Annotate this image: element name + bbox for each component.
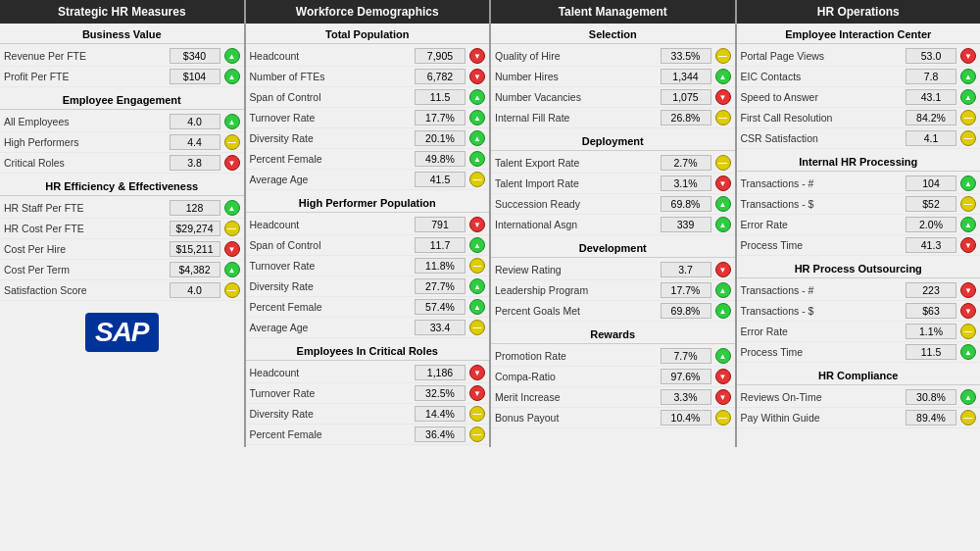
metric-label: Error Rate: [741, 326, 906, 337]
indicator-yellow: [469, 426, 485, 442]
section-workforce-demographics-2: Employees In Critical RolesHeadcount1,18…: [246, 340, 490, 445]
metric-row: Headcount791: [246, 215, 490, 235]
metric-value: 791: [415, 217, 466, 232]
indicator-red: [960, 237, 976, 253]
metric-label: Satisfaction Score: [4, 284, 170, 296]
indicator-yellow: [960, 196, 976, 212]
metric-row: Average Age33.4: [246, 318, 490, 338]
indicator-red: [715, 175, 731, 191]
indicator-red: [960, 48, 976, 64]
metric-label: Transactions - $: [741, 305, 906, 317]
metric-label: International Asgn: [495, 219, 661, 230]
indicator-green: [715, 282, 731, 298]
section-workforce-demographics-1: High Performer PopulationHeadcount791Spa…: [246, 192, 490, 338]
metric-row: Reviews On-Time30.8%: [737, 387, 981, 408]
col-header-hr-operations: HR Operations: [737, 0, 981, 24]
metric-row: Transactions - #223: [737, 280, 981, 301]
metric-label: Average Age: [250, 322, 416, 333]
section-title-talent-management-2: Development: [491, 237, 735, 258]
metric-value: 1,186: [415, 365, 466, 380]
indicator-yellow: [224, 221, 240, 236]
metric-value: $15,211: [170, 241, 220, 257]
metric-row: Span of Control11.5: [246, 87, 490, 108]
section-talent-management-3: RewardsPromotion Rate7.7%Compa-Ratio97.6…: [491, 324, 735, 428]
section-hr-operations-2: HR Process OutsourcingTransactions - #22…: [737, 258, 981, 363]
metric-label: Percent Female: [250, 428, 416, 440]
indicator-green: [715, 348, 731, 364]
metric-value: 223: [906, 282, 956, 298]
metric-value: 2.0%: [906, 217, 956, 232]
metric-value: $104: [170, 69, 220, 84]
metric-row: Headcount7,905: [246, 46, 490, 67]
metric-row: Number Hires1,344: [491, 67, 735, 87]
metric-value: 1,075: [661, 89, 711, 105]
col-header-strategic-hr: Strategic HR Measures: [0, 0, 244, 24]
metric-value: 27.7%: [415, 278, 466, 294]
metric-value: 57.4%: [415, 299, 466, 315]
metric-row: First Call Resolution84.2%: [737, 108, 981, 128]
indicator-yellow: [469, 172, 485, 187]
metric-value: 14.4%: [415, 406, 466, 422]
indicator-green: [715, 69, 731, 84]
metric-value: 3.7: [661, 262, 711, 277]
indicator-green: [469, 110, 485, 125]
metric-row: Diversity Rate27.7%: [246, 276, 490, 297]
metric-label: Number Vacancies: [495, 91, 661, 103]
indicator-green: [715, 196, 731, 212]
indicator-red: [469, 48, 485, 64]
indicator-green: [224, 262, 240, 277]
column-strategic-hr: Strategic HR MeasuresBusiness ValueReven…: [0, 0, 246, 447]
indicator-yellow: [469, 406, 485, 422]
metric-label: Average Age: [250, 174, 416, 185]
metric-label: Quality of Hire: [495, 50, 661, 62]
metric-row: Transactions - $$52: [737, 194, 981, 215]
indicator-green: [469, 89, 485, 105]
indicator-green: [469, 237, 485, 253]
indicator-yellow: [224, 282, 240, 298]
metric-row: Talent Import Rate3.1%: [491, 174, 735, 194]
indicator-red: [469, 69, 485, 84]
indicator-yellow: [960, 130, 976, 146]
indicator-red: [715, 262, 731, 277]
metric-value: $340: [170, 48, 220, 64]
metric-value: 49.8%: [415, 151, 466, 167]
indicator-yellow: [715, 410, 731, 426]
metric-row: Error Rate2.0%: [737, 215, 981, 235]
metric-row: Cost Per Term$4,382: [0, 260, 244, 280]
metric-row: Percent Female49.8%: [246, 149, 490, 170]
section-talent-management-1: DeploymentTalent Export Rate2.7%Talent I…: [491, 130, 735, 235]
metric-value: 41.3: [906, 237, 956, 253]
metric-row: Average Age41.5: [246, 170, 490, 190]
metric-value: 33.5%: [661, 48, 711, 64]
metric-value: 3.3%: [661, 389, 711, 405]
metric-value: 4.4: [170, 134, 220, 150]
section-title-hr-operations-2: HR Process Outsourcing: [737, 258, 981, 278]
metric-row: HR Staff Per FTE128: [0, 198, 244, 219]
indicator-green: [960, 344, 976, 360]
metric-row: Percent Female36.4%: [246, 425, 490, 445]
metric-label: Profit Per FTE: [4, 71, 170, 82]
metric-value: 53.0: [906, 48, 956, 64]
metric-label: Transactions - $: [741, 198, 906, 210]
metric-value: 6,782: [415, 69, 466, 84]
section-title-hr-operations-3: HR Compliance: [737, 365, 981, 385]
metric-label: Cost Per Hire: [4, 243, 170, 255]
metric-label: Merit Increase: [495, 391, 661, 403]
column-hr-operations: HR OperationsEmployee Interaction Center…: [737, 0, 981, 447]
dashboard: Strategic HR MeasuresBusiness ValueReven…: [0, 0, 980, 447]
metric-row: Span of Control11.7: [246, 235, 490, 256]
metric-row: Diversity Rate20.1%: [246, 128, 490, 149]
metric-row: CSR Satisfaction4.1: [737, 128, 981, 149]
indicator-green: [469, 299, 485, 315]
indicator-green: [960, 175, 976, 191]
metric-label: Talent Export Rate: [495, 157, 661, 169]
indicator-yellow: [715, 48, 731, 64]
section-strategic-hr-0: Business ValueRevenue Per FTE$340Profit …: [0, 24, 244, 87]
section-title-talent-management-3: Rewards: [491, 324, 735, 344]
section-title-talent-management-0: Selection: [491, 24, 735, 44]
metric-row: Review Rating3.7: [491, 260, 735, 280]
metric-value: 339: [661, 217, 711, 232]
metric-row: Leadership Program17.7%: [491, 280, 735, 301]
section-title-talent-management-1: Deployment: [491, 130, 735, 151]
metric-label: Headcount: [250, 367, 416, 378]
